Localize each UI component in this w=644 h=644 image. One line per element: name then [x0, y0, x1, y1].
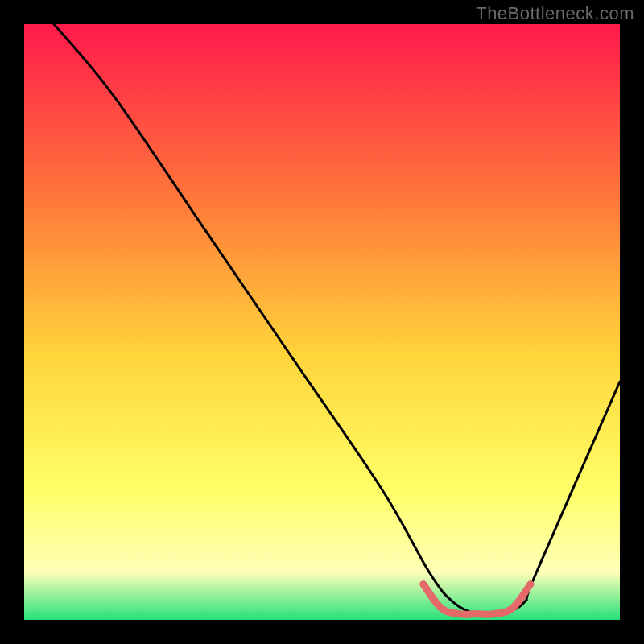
plot-background: [24, 24, 620, 620]
bottleneck-chart: [0, 0, 644, 644]
watermark-text: TheBottleneck.com: [476, 3, 634, 24]
chart-stage: TheBottleneck.com: [0, 0, 644, 644]
